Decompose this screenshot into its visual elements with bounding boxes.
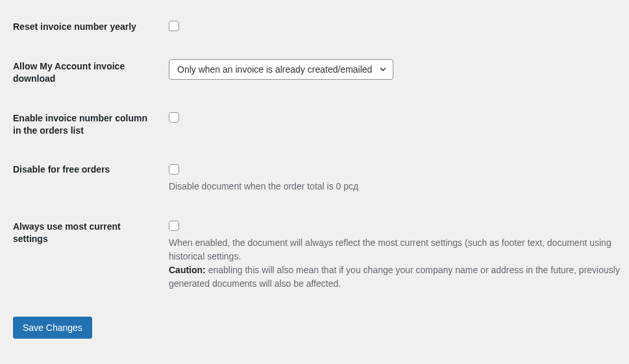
setting-always-current: Always use most current settings When en… [0,219,629,291]
reset-yearly-label: Reset invoice number yearly [0,19,156,33]
disable-free-field: Disable document when the order total is… [156,162,629,193]
disable-free-checkbox[interactable] [169,164,179,175]
always-current-desc-line1: When enabled, the document will always r… [169,237,611,261]
setting-reset-yearly: Reset invoice number yearly [0,19,629,33]
always-current-description: When enabled, the document will always r… [169,236,629,291]
always-current-checkbox[interactable] [169,221,179,231]
disable-free-label: Disable for free orders [0,162,156,176]
reset-yearly-field [156,19,629,31]
setting-allow-download: Allow My Account invoice download Only w… [0,59,629,85]
allow-download-selected: Only when an invoice is already created/… [177,64,372,75]
reset-yearly-checkbox[interactable] [169,21,179,31]
allow-download-select[interactable]: Only when an invoice is already created/… [169,59,393,80]
enable-column-field [156,111,629,123]
save-changes-button[interactable]: Save Changes [13,317,92,339]
disable-free-description: Disable document when the order total is… [169,180,629,193]
always-current-label: Always use most current settings [0,219,156,245]
setting-disable-free: Disable for free orders Disable document… [0,162,629,193]
allow-download-label: Allow My Account invoice download [0,59,156,85]
enable-column-label: Enable invoice number column in the orde… [0,111,156,137]
caution-label: Caution: [169,265,206,275]
caution-text: enabling this will also mean that if you… [169,265,620,289]
chevron-down-icon [378,65,388,74]
always-current-field: When enabled, the document will always r… [156,219,629,291]
setting-enable-column: Enable invoice number column in the orde… [0,111,629,137]
enable-column-checkbox[interactable] [169,112,179,123]
allow-download-field: Only when an invoice is already created/… [156,59,629,80]
